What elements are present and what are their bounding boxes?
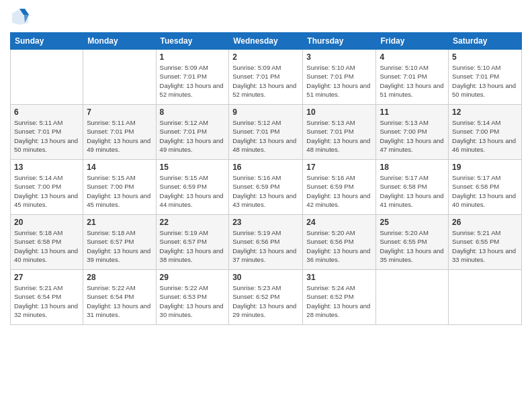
day-info: Sunrise: 5:10 AM Sunset: 7:01 PM Dayligh… (380, 63, 445, 99)
calendar-cell: 15Sunrise: 5:15 AM Sunset: 6:59 PM Dayli… (156, 160, 229, 215)
day-info: Sunrise: 5:10 AM Sunset: 7:01 PM Dayligh… (452, 63, 518, 99)
day-number: 5 (452, 52, 518, 62)
day-number: 26 (452, 218, 518, 227)
day-info: Sunrise: 5:11 AM Sunset: 7:01 PM Dayligh… (14, 118, 79, 154)
day-info: Sunrise: 5:12 AM Sunset: 7:01 PM Dayligh… (160, 118, 226, 154)
weekday-header: Tuesday (156, 33, 229, 50)
calendar-cell: 2Sunrise: 5:09 AM Sunset: 7:01 PM Daylig… (229, 50, 303, 105)
day-info: Sunrise: 5:19 AM Sunset: 6:57 PM Dayligh… (160, 228, 226, 264)
day-info: Sunrise: 5:21 AM Sunset: 6:55 PM Dayligh… (452, 228, 518, 264)
day-info: Sunrise: 5:13 AM Sunset: 7:01 PM Dayligh… (306, 118, 372, 154)
day-number: 7 (87, 107, 152, 117)
calendar-week-row: 6Sunrise: 5:11 AM Sunset: 7:01 PM Daylig… (11, 105, 522, 160)
day-number: 28 (87, 273, 152, 282)
calendar-cell (83, 50, 156, 105)
day-info: Sunrise: 5:22 AM Sunset: 6:53 PM Dayligh… (160, 283, 226, 319)
calendar-cell: 20Sunrise: 5:18 AM Sunset: 6:58 PM Dayli… (11, 215, 83, 270)
day-info: Sunrise: 5:13 AM Sunset: 7:00 PM Dayligh… (380, 118, 445, 154)
day-number: 21 (87, 218, 152, 227)
calendar-cell: 14Sunrise: 5:15 AM Sunset: 7:00 PM Dayli… (83, 160, 156, 215)
day-number: 22 (160, 218, 226, 227)
calendar-cell: 3Sunrise: 5:10 AM Sunset: 7:01 PM Daylig… (303, 50, 376, 105)
day-number: 2 (232, 52, 299, 62)
day-number: 29 (160, 273, 226, 282)
calendar-cell: 24Sunrise: 5:20 AM Sunset: 6:56 PM Dayli… (303, 215, 376, 270)
weekday-header: Thursday (303, 33, 376, 50)
weekday-header-row: SundayMondayTuesdayWednesdayThursdayFrid… (11, 33, 522, 50)
calendar-cell: 11Sunrise: 5:13 AM Sunset: 7:00 PM Dayli… (376, 105, 449, 160)
header (10, 7, 522, 27)
weekday-header: Wednesday (229, 33, 303, 50)
day-number: 13 (14, 163, 79, 172)
day-number: 27 (14, 273, 79, 282)
calendar: SundayMondayTuesdayWednesdayThursdayFrid… (10, 32, 522, 325)
day-number: 18 (380, 163, 445, 172)
day-info: Sunrise: 5:22 AM Sunset: 6:54 PM Dayligh… (87, 283, 152, 319)
calendar-cell: 5Sunrise: 5:10 AM Sunset: 7:01 PM Daylig… (449, 50, 522, 105)
calendar-week-row: 13Sunrise: 5:14 AM Sunset: 7:00 PM Dayli… (11, 160, 522, 215)
calendar-cell: 29Sunrise: 5:22 AM Sunset: 6:53 PM Dayli… (156, 270, 229, 325)
day-info: Sunrise: 5:17 AM Sunset: 6:58 PM Dayligh… (380, 173, 445, 209)
day-number: 9 (232, 107, 299, 117)
calendar-cell: 12Sunrise: 5:14 AM Sunset: 7:00 PM Dayli… (449, 105, 522, 160)
day-info: Sunrise: 5:14 AM Sunset: 7:00 PM Dayligh… (452, 118, 518, 154)
day-info: Sunrise: 5:10 AM Sunset: 7:01 PM Dayligh… (306, 63, 372, 99)
calendar-week-row: 20Sunrise: 5:18 AM Sunset: 6:58 PM Dayli… (11, 215, 522, 270)
calendar-cell: 26Sunrise: 5:21 AM Sunset: 6:55 PM Dayli… (449, 215, 522, 270)
calendar-cell: 22Sunrise: 5:19 AM Sunset: 6:57 PM Dayli… (156, 215, 229, 270)
day-info: Sunrise: 5:15 AM Sunset: 7:00 PM Dayligh… (87, 173, 152, 209)
day-info: Sunrise: 5:23 AM Sunset: 6:52 PM Dayligh… (232, 283, 299, 319)
weekday-header: Sunday (11, 33, 83, 50)
day-number: 17 (306, 163, 372, 172)
day-info: Sunrise: 5:21 AM Sunset: 6:54 PM Dayligh… (14, 283, 79, 319)
calendar-cell: 23Sunrise: 5:19 AM Sunset: 6:56 PM Dayli… (229, 215, 303, 270)
calendar-cell: 13Sunrise: 5:14 AM Sunset: 7:00 PM Dayli… (11, 160, 83, 215)
day-number: 10 (306, 107, 372, 117)
calendar-cell: 8Sunrise: 5:12 AM Sunset: 7:01 PM Daylig… (156, 105, 229, 160)
day-number: 14 (87, 163, 152, 172)
day-number: 4 (380, 52, 445, 62)
day-number: 31 (306, 273, 372, 282)
calendar-cell: 1Sunrise: 5:09 AM Sunset: 7:01 PM Daylig… (156, 50, 229, 105)
day-info: Sunrise: 5:15 AM Sunset: 6:59 PM Dayligh… (160, 173, 226, 209)
day-info: Sunrise: 5:18 AM Sunset: 6:57 PM Dayligh… (87, 228, 152, 264)
calendar-cell: 21Sunrise: 5:18 AM Sunset: 6:57 PM Dayli… (83, 215, 156, 270)
weekday-header: Saturday (449, 33, 522, 50)
logo (10, 7, 33, 27)
calendar-cell: 6Sunrise: 5:11 AM Sunset: 7:01 PM Daylig… (11, 105, 83, 160)
calendar-cell (449, 270, 522, 325)
calendar-cell: 27Sunrise: 5:21 AM Sunset: 6:54 PM Dayli… (11, 270, 83, 325)
weekday-header: Monday (83, 33, 156, 50)
day-number: 12 (452, 107, 518, 117)
calendar-cell (376, 270, 449, 325)
day-info: Sunrise: 5:16 AM Sunset: 6:59 PM Dayligh… (306, 173, 372, 209)
day-info: Sunrise: 5:24 AM Sunset: 6:52 PM Dayligh… (306, 283, 372, 319)
day-info: Sunrise: 5:11 AM Sunset: 7:01 PM Dayligh… (87, 118, 152, 154)
day-number: 25 (380, 218, 445, 227)
page: SundayMondayTuesdayWednesdayThursdayFrid… (0, 0, 532, 411)
calendar-cell: 7Sunrise: 5:11 AM Sunset: 7:01 PM Daylig… (83, 105, 156, 160)
calendar-cell: 9Sunrise: 5:12 AM Sunset: 7:01 PM Daylig… (229, 105, 303, 160)
day-info: Sunrise: 5:17 AM Sunset: 6:58 PM Dayligh… (452, 173, 518, 209)
calendar-cell: 28Sunrise: 5:22 AM Sunset: 6:54 PM Dayli… (83, 270, 156, 325)
calendar-week-row: 27Sunrise: 5:21 AM Sunset: 6:54 PM Dayli… (11, 270, 522, 325)
day-number: 19 (452, 163, 518, 172)
day-info: Sunrise: 5:14 AM Sunset: 7:00 PM Dayligh… (14, 173, 79, 209)
day-info: Sunrise: 5:20 AM Sunset: 6:56 PM Dayligh… (306, 228, 372, 264)
calendar-cell: 18Sunrise: 5:17 AM Sunset: 6:58 PM Dayli… (376, 160, 449, 215)
day-number: 8 (160, 107, 226, 117)
day-info: Sunrise: 5:09 AM Sunset: 7:01 PM Dayligh… (160, 63, 226, 99)
day-number: 20 (14, 218, 79, 227)
day-number: 23 (232, 218, 299, 227)
day-number: 30 (232, 273, 299, 282)
day-number: 24 (306, 218, 372, 227)
calendar-cell: 31Sunrise: 5:24 AM Sunset: 6:52 PM Dayli… (303, 270, 376, 325)
day-number: 1 (160, 52, 226, 62)
day-info: Sunrise: 5:16 AM Sunset: 6:59 PM Dayligh… (232, 173, 299, 209)
day-number: 15 (160, 163, 226, 172)
day-number: 6 (14, 107, 79, 117)
calendar-cell: 17Sunrise: 5:16 AM Sunset: 6:59 PM Dayli… (303, 160, 376, 215)
day-info: Sunrise: 5:18 AM Sunset: 6:58 PM Dayligh… (14, 228, 79, 264)
calendar-cell: 10Sunrise: 5:13 AM Sunset: 7:01 PM Dayli… (303, 105, 376, 160)
day-info: Sunrise: 5:09 AM Sunset: 7:01 PM Dayligh… (232, 63, 299, 99)
